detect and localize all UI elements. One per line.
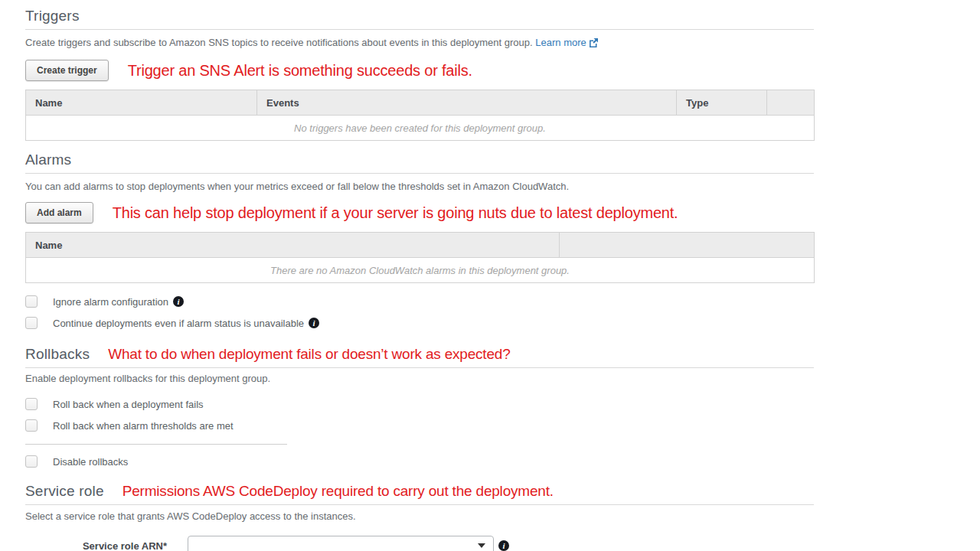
disable-rollbacks-row: Disable rollbacks xyxy=(25,454,814,469)
triggers-annotation: Trigger an SNS Alert is something succee… xyxy=(128,62,472,80)
alarms-section-header: Alarms xyxy=(25,152,814,174)
ignore-alarm-config-row: Ignore alarm configuration i xyxy=(25,294,814,309)
disable-rollbacks-label: Disable rollbacks xyxy=(53,456,128,468)
rollbacks-section-header: Rollbacks What to do when deployment fai… xyxy=(25,346,814,368)
service-role-arn-row: Service role ARN* i xyxy=(25,536,814,551)
alarms-table-header-row: Name xyxy=(26,233,815,258)
learn-more-label: Learn more xyxy=(535,37,586,48)
triggers-col-events: Events xyxy=(257,90,677,116)
alarms-col-name: Name xyxy=(26,233,560,258)
alarms-col-actions xyxy=(560,233,815,258)
triggers-empty-message: No triggers have been created for this d… xyxy=(26,116,815,141)
rollbacks-title: Rollbacks xyxy=(25,346,90,363)
deployment-group-form: Triggers Create triggers and subscribe t… xyxy=(0,0,814,551)
rollbacks-annotation: What to do when deployment fails or does… xyxy=(108,346,510,363)
rollback-on-fail-row: Roll back when a deployment fails xyxy=(25,396,814,412)
rollback-on-fail-checkbox[interactable] xyxy=(25,398,38,410)
triggers-table-header-row: Name Events Type xyxy=(26,90,815,116)
rollback-on-fail-label: Roll back when a deployment fails xyxy=(53,399,204,410)
info-icon[interactable]: i xyxy=(173,296,184,307)
service-role-title: Service role xyxy=(25,483,104,500)
triggers-col-type: Type xyxy=(677,90,767,116)
service-role-arn-select[interactable] xyxy=(188,536,494,551)
alarms-empty-message: There are no Amazon CloudWatch alarms in… xyxy=(26,258,815,283)
continue-deployments-row: Continue deployments even if alarm statu… xyxy=(25,315,814,331)
triggers-title: Triggers xyxy=(25,8,814,24)
rollback-on-alarm-checkbox[interactable] xyxy=(25,419,38,432)
rollback-on-alarm-label: Roll back when alarm thresholds are met xyxy=(53,420,234,432)
triggers-description: Create triggers and subscribe to Amazon … xyxy=(25,37,814,50)
learn-more-link[interactable]: Learn more xyxy=(535,37,598,48)
ignore-alarm-config-checkbox[interactable] xyxy=(25,295,38,308)
disable-rollbacks-checkbox[interactable] xyxy=(25,455,38,468)
triggers-col-actions xyxy=(767,90,815,116)
alarms-title: Alarms xyxy=(25,152,814,168)
rollbacks-description: Enable deployment rollbacks for this dep… xyxy=(25,373,814,384)
chevron-down-icon xyxy=(478,543,485,548)
alarms-annotation: This can help stop deployment if a your … xyxy=(113,204,678,222)
triggers-empty-row: No triggers have been created for this d… xyxy=(26,116,815,141)
ignore-alarm-config-label: Ignore alarm configuration xyxy=(53,296,168,308)
create-trigger-button[interactable]: Create trigger xyxy=(25,60,109,81)
rollback-on-alarm-row: Roll back when alarm thresholds are met xyxy=(25,418,814,433)
continue-deployments-label: Continue deployments even if alarm statu… xyxy=(53,318,304,329)
continue-deployments-checkbox[interactable] xyxy=(25,317,38,329)
triggers-description-text: Create triggers and subscribe to Amazon … xyxy=(25,37,533,48)
info-icon[interactable]: i xyxy=(309,318,319,328)
service-role-arn-label: Service role ARN* xyxy=(25,540,188,551)
external-link-icon xyxy=(589,37,599,50)
alarms-table: Name There are no Amazon CloudWatch alar… xyxy=(25,232,815,283)
add-alarm-button[interactable]: Add alarm xyxy=(25,202,93,223)
triggers-table: Name Events Type No triggers have been c… xyxy=(25,90,815,141)
info-icon[interactable]: i xyxy=(498,540,509,551)
alarms-empty-row: There are no Amazon CloudWatch alarms in… xyxy=(26,258,815,283)
service-role-section-header: Service role Permissions AWS CodeDeploy … xyxy=(25,483,814,505)
service-role-description: Select a service role that grants AWS Co… xyxy=(25,510,814,522)
alarms-description: You can add alarms to stop deployments w… xyxy=(25,181,814,192)
triggers-section-header: Triggers xyxy=(25,8,814,30)
service-role-annotation: Permissions AWS CodeDeploy required to c… xyxy=(122,483,554,500)
rollbacks-divider xyxy=(25,444,287,445)
triggers-col-name: Name xyxy=(26,90,257,116)
